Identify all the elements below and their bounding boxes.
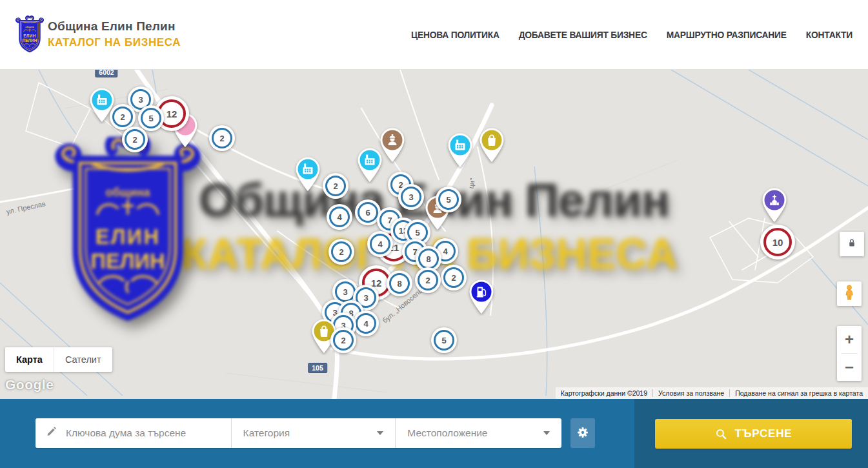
map-type-satellite[interactable]: Сателит [54, 347, 112, 372]
google-map[interactable]: Община Елин Пелин КАТАЛОГ НА БИЗНЕСА общ… [0, 70, 868, 399]
map-cluster-marker[interactable]: 4 [327, 204, 352, 230]
map-type-control: КартаСателит [5, 347, 112, 372]
nav-item-route-schedule[interactable]: МАРШРУТНО РАЗПИСАНИЕ [667, 30, 787, 40]
search-button[interactable]: ТЪРСЕНЕ [655, 419, 852, 449]
cluster-count: 4 [329, 207, 350, 227]
cluster-count: 2 [418, 270, 438, 290]
map-pin-fuel[interactable] [467, 278, 496, 316]
location-select-value: Местоположение [407, 427, 487, 439]
map-pin-church[interactable] [760, 187, 789, 224]
map-cluster-marker[interactable]: 10 [760, 225, 795, 259]
cluster-count: 10 [763, 228, 792, 256]
attribution-link[interactable]: Условия за ползване [653, 389, 729, 397]
cluster-count: 4 [356, 313, 376, 334]
cluster-count: 2 [112, 107, 133, 127]
google-logo[interactable]: Google [5, 377, 54, 392]
cluster-count: 3 [401, 187, 421, 207]
zoom-in-button[interactable]: + [837, 326, 862, 353]
watermark-crest: община ЕЛИН ПЕЛИН [54, 137, 201, 325]
cluster-count: 2 [125, 129, 145, 150]
page: община ЕЛИН ПЕЛИН Община Елин Пелин КАТА… [0, 0, 868, 468]
crest-name-line1: ЕЛИН [96, 225, 160, 249]
map-cluster-marker[interactable]: 2 [415, 267, 441, 293]
map-cluster-marker[interactable]: 5 [431, 327, 457, 353]
magnifier-icon [715, 428, 727, 440]
crest-top-word: община [105, 186, 150, 199]
cluster-count: 2 [443, 267, 464, 288]
map-type-map[interactable]: Карта [5, 347, 54, 372]
search-button-label: ТЪРСЕНЕ [735, 427, 792, 440]
map-cluster-marker[interactable]: 3 [398, 184, 424, 210]
cluster-count: 8 [389, 273, 410, 294]
cluster-count: 5 [141, 108, 161, 128]
municipality-crest-logo[interactable]: община ЕЛИН ПЕЛИН [15, 15, 44, 54]
logo-text[interactable]: Община Елин Пелин КАТАЛОГ НА БИЗНЕСА [48, 19, 181, 49]
cluster-count: 2 [212, 128, 232, 148]
gear-icon [576, 426, 589, 441]
cluster-count: 2 [331, 241, 352, 262]
crest-name-line2: ПЕЛИН [91, 250, 165, 273]
map-cluster-marker[interactable]: 2 [328, 239, 354, 265]
map-cluster-marker[interactable]: 8 [387, 270, 412, 296]
attribution-link[interactable]: Подаване на сигнал за грешка в картата [730, 389, 868, 397]
cluster-count: 6 [358, 202, 378, 223]
crest-name-line2: ПЕЛИН [23, 38, 37, 43]
map-cluster-marker[interactable]: 2 [209, 125, 235, 151]
cluster-count: 4 [370, 234, 390, 254]
header: община ЕЛИН ПЕЛИН Община Елин Пелин КАТА… [0, 0, 868, 70]
chevron-down-icon [377, 431, 383, 435]
nav-item-pricing[interactable]: ЦЕНОВА ПОЛИТИКА [411, 30, 500, 40]
crest-top-word: община [25, 26, 34, 28]
location-select[interactable]: Местоположение [396, 418, 561, 448]
map-pin-factory[interactable] [355, 147, 385, 184]
cluster-count: 5 [438, 189, 459, 210]
nav-item-add-business[interactable]: ДОБАВЕТЕ ВАШИЯТ БИЗНЕС [519, 30, 647, 40]
chevron-down-icon [543, 431, 550, 435]
lock-icon [845, 236, 858, 252]
site-title: Община Елин Пелин [48, 19, 181, 34]
map-cluster-marker[interactable]: 2 [441, 265, 467, 290]
keyword-zone [35, 418, 231, 448]
site-subtitle: КАТАЛОГ НА БИЗНЕСА [48, 36, 181, 49]
map-attribution: Картографски данни ©2019Условия за ползв… [556, 387, 868, 399]
pencil-icon [46, 426, 58, 441]
crest-name-line1: ЕЛИН [23, 34, 36, 38]
cluster-count: 5 [434, 330, 454, 351]
pegman-icon [841, 284, 858, 303]
advanced-settings-button[interactable] [570, 418, 595, 448]
cluster-count: 2 [325, 176, 346, 196]
map-lock-control[interactable] [840, 232, 864, 256]
map-cluster-marker[interactable]: 2 [122, 127, 148, 152]
cluster-count: 2 [333, 330, 354, 351]
map-pin-shopping-bag[interactable] [477, 127, 507, 164]
map-pin-factory[interactable] [293, 156, 323, 193]
search-bar: Категория Местоположение [0, 399, 868, 468]
search-fields: Категория Местоположение [35, 418, 561, 448]
map-cluster-marker[interactable]: 2 [323, 173, 348, 199]
road-badge: 6002 [95, 70, 117, 77]
road-badge: 105 [308, 363, 327, 373]
zoom-out-button[interactable]: − [837, 354, 862, 381]
keyword-search-input[interactable] [66, 427, 221, 439]
category-select[interactable]: Категория [232, 418, 396, 448]
street-view-pegman[interactable] [837, 281, 862, 306]
map-cluster-marker[interactable]: 2 [110, 104, 136, 130]
zoom-control: + − [837, 326, 862, 381]
main-nav: ЦЕНОВА ПОЛИТИКАДОБАВЕТЕ ВАШИЯТ БИЗНЕСМАР… [411, 0, 853, 70]
map-pin-factory[interactable] [445, 132, 475, 169]
map-cluster-marker[interactable]: 5 [138, 105, 164, 131]
map-cluster-marker[interactable]: 5 [436, 187, 461, 212]
cluster-count: 8 [418, 249, 439, 269]
map-cluster-marker[interactable]: 4 [367, 231, 393, 257]
category-select-value: Категория [243, 427, 290, 439]
nav-item-contacts[interactable]: КОНТАКТИ [806, 30, 853, 40]
attribution-copyright: Картографски данни ©2019 [556, 389, 652, 397]
map-cluster-marker[interactable]: 2 [330, 327, 356, 353]
map-cluster-marker[interactable]: 4 [353, 310, 379, 336]
